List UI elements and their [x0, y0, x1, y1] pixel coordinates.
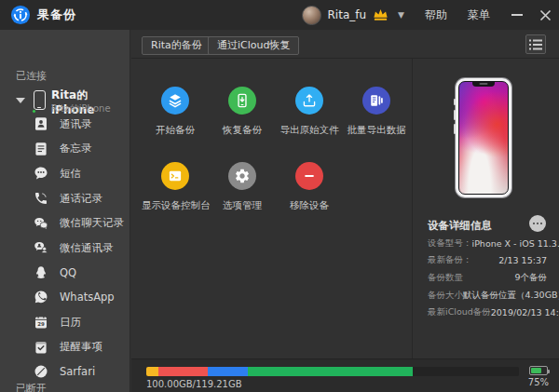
svg-text:29: 29 [37, 321, 45, 327]
call-log-icon [34, 191, 48, 206]
layers-icon [167, 92, 184, 109]
sidebar-item-label: 短信 [60, 167, 81, 181]
list-view-button[interactable] [525, 34, 546, 54]
info-row-backup-size: 备份大小 默认备份位置（4.30GB） [413, 287, 559, 304]
iphone-notch [472, 81, 495, 87]
tab-local-backup[interactable]: Rita的备份 [142, 36, 211, 55]
whatsapp-icon [34, 290, 48, 304]
device-info-rows: 设备型号： iPhone X - iOS 11.3.3 最新备份： 2/13 1… [413, 235, 559, 321]
sidebar-item-label: Sarfari [60, 365, 95, 378]
contacts-icon [34, 116, 48, 131]
tab-icloud-restore[interactable]: 通过iCloud恢复 [208, 36, 299, 55]
app-title: 果备份 [37, 7, 76, 23]
info-row-latest-backup: 最新备份： 2/13 15:37 [413, 252, 559, 270]
sidebar-item-label: 微信聊天记录 [60, 216, 124, 230]
device-console-button[interactable]: 显示设备控制台 [142, 162, 209, 212]
action-label: 移除设备 [276, 199, 343, 212]
console-icon [167, 168, 184, 184]
minus-icon [301, 168, 318, 184]
main-menu[interactable]: 菜单 [468, 7, 490, 23]
close-button[interactable] [531, 0, 559, 30]
sidebar-list: 通讯录 备忘录 短信 通话记录 [0, 112, 130, 385]
info-row-icloud-backup: 最新iCloud备份 2019/02/13 14:00 [413, 304, 559, 321]
action-label: 批量导出数据 [343, 124, 410, 137]
battery-icon [529, 366, 548, 375]
user-avatar[interactable] [302, 6, 321, 25]
storage-segment [248, 367, 413, 376]
storage-text: 100.00GB/119.21GB [146, 379, 242, 389]
batch-data-icon [368, 92, 385, 109]
sidebar-item-label: 提醒事项 [60, 340, 102, 354]
sidebar-item-label: QQ [60, 266, 76, 279]
sidebar-item-safari[interactable]: Sarfari [0, 359, 130, 385]
phone-restore-icon [234, 92, 251, 109]
sidebar: 已连接 Rita的iPhone Rita的iPhone 通讯录 备忘录 [0, 30, 130, 392]
expand-caret-icon[interactable] [16, 98, 25, 103]
more-options-button[interactable] [529, 215, 546, 232]
connected-label: 已连接 [16, 69, 47, 83]
action-label: 开始备份 [142, 124, 209, 137]
vip-crown-icon [372, 7, 389, 22]
status-bar: 100.00GB/119.21GB 75% [131, 358, 559, 392]
sidebar-item-whatsapp[interactable]: WhatsApp [0, 285, 130, 310]
close-icon [539, 9, 552, 21]
action-label: 显示设备控制台 [142, 199, 209, 212]
remove-device-button[interactable]: 移除设备 [276, 162, 343, 212]
export-files-button[interactable]: 导出原始文件 [276, 87, 343, 137]
list-view-icon [529, 39, 542, 50]
iphone-screen [458, 81, 509, 195]
notes-icon [34, 142, 48, 156]
sms-icon [34, 166, 48, 181]
sidebar-item-contacts[interactable]: 通讯录 [0, 112, 130, 137]
wechat-chat-icon [34, 216, 48, 231]
help-menu[interactable]: 帮助 [425, 7, 447, 23]
sidebar-item-notes[interactable]: 备忘录 [0, 137, 130, 162]
sidebar-item-label: 微信通讯录 [60, 241, 114, 255]
sidebar-item-label: 备忘录 [60, 142, 92, 155]
tabbar: Rita的备份 通过iCloud恢复 [131, 30, 559, 59]
start-backup-button[interactable]: 开始备份 [142, 87, 209, 137]
sidebar-item-label: 日历 [60, 316, 81, 330]
action-label: 选项管理 [209, 199, 276, 212]
batch-export-button[interactable]: 批量导出数据 [343, 87, 410, 137]
reminders-icon [34, 340, 48, 355]
storage-segment [146, 367, 158, 376]
disconnected-label: 已断开 [16, 382, 47, 392]
sidebar-item-call-log[interactable]: 通话记录 [0, 186, 130, 211]
sidebar-item-label: 通讯录 [60, 117, 92, 131]
safari-icon [34, 364, 48, 379]
calendar-icon: 29 [34, 315, 48, 330]
storage-segment [208, 367, 248, 376]
action-label: 导出原始文件 [276, 124, 343, 137]
sidebar-item-qq[interactable]: QQ [0, 261, 130, 286]
info-row-backup-count: 备份数量 9个备份 [413, 269, 559, 287]
titlebar: 果备份 Rita_fu ▼ 帮助 菜单 [0, 0, 559, 30]
gear-icon [234, 168, 251, 184]
export-tray-icon [301, 92, 318, 109]
sidebar-item-wechat-chat[interactable]: 微信聊天记录 [0, 210, 130, 236]
sidebar-item-sms[interactable]: 短信 [0, 161, 130, 186]
action-label: 恢复备份 [209, 124, 276, 137]
username: Rita_fu [328, 8, 367, 21]
app-window: 果备份 Rita_fu ▼ 帮助 菜单 已连接 Rita的i [0, 0, 559, 392]
restore-backup-button[interactable]: 恢复备份 [209, 87, 276, 137]
app-logo-icon [10, 5, 31, 25]
sidebar-item-label: WhatsApp [60, 291, 115, 304]
battery-percent: 75% [528, 377, 549, 387]
options-button[interactable]: 选项管理 [209, 162, 276, 212]
sidebar-item-reminders[interactable]: 提醒事项 [0, 334, 130, 359]
minimize-button[interactable] [503, 0, 531, 30]
storage-usage-bar [146, 367, 519, 376]
iphone-preview-image [456, 78, 511, 197]
qq-icon [34, 265, 48, 280]
sidebar-item-label: 通话记录 [60, 192, 102, 206]
device-info-header: 设备详细信息 [428, 219, 492, 233]
wechat-contacts-icon [34, 240, 48, 255]
sidebar-item-calendar[interactable]: 29 日历 [0, 310, 130, 335]
storage-segment [158, 367, 208, 376]
device-phone-icon [34, 90, 46, 110]
info-row-model: 设备型号： iPhone X - iOS 11.3.3 [413, 235, 559, 252]
user-menu-caret-icon[interactable]: ▼ [398, 10, 404, 20]
device-panel: 设备详细信息 设备型号： iPhone X - iOS 11.3.3 最新备份：… [412, 59, 559, 358]
sidebar-item-wechat-contacts[interactable]: 微信通讯录 [0, 236, 130, 261]
